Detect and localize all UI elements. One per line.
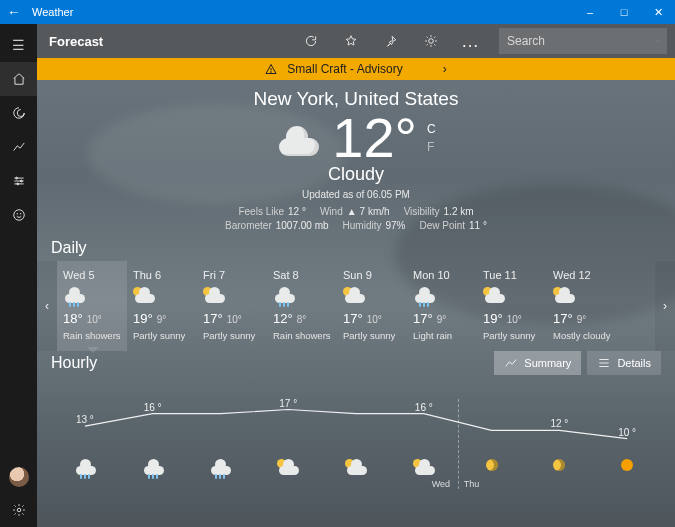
updated-time: Updated as of 06.05 PM <box>37 189 675 200</box>
day-weather-icon <box>413 287 471 307</box>
unit-fahrenheit[interactable]: F <box>427 138 434 156</box>
feels-like-label: Feels Like <box>238 206 284 217</box>
day-weather-icon <box>343 287 401 307</box>
refresh-icon <box>304 34 318 48</box>
hourly-temp-label: 12 ° <box>550 418 568 429</box>
hourly-day-wed: Wed <box>432 479 450 489</box>
search-input[interactable] <box>507 34 657 48</box>
unit-celsius[interactable]: C <box>427 120 436 138</box>
smile-icon <box>12 208 26 222</box>
main-content: Forecast … Small Craft - Advisory › New … <box>37 24 675 527</box>
day-temps: 19°9° <box>133 311 191 326</box>
hourly-icon <box>458 459 526 475</box>
daily-card[interactable]: Fri 717°10°Partly sunny <box>197 261 267 351</box>
dewpoint-label: Dew Point <box>419 220 465 231</box>
hourly-temp-label: 17 ° <box>279 398 297 409</box>
daily-card[interactable]: Mon 1017°9°Light rain <box>407 261 477 351</box>
warning-icon <box>265 63 277 75</box>
hourly-temp-label: 13 ° <box>76 414 94 425</box>
barometer-value: 1007.00 mb <box>276 220 329 231</box>
svg-point-6 <box>17 508 21 512</box>
refresh-button[interactable] <box>291 24 331 58</box>
hourly-icon <box>593 459 661 475</box>
hourly-icon <box>525 459 593 475</box>
day-weather-icon <box>553 287 611 307</box>
hourly-details-button[interactable]: Details <box>587 351 661 375</box>
day-weather-icon <box>273 287 331 307</box>
visibility-label: Visibility <box>404 206 440 217</box>
settings-button[interactable] <box>0 493 37 527</box>
hourly-summary-label: Summary <box>524 357 571 369</box>
window-title: Weather <box>28 6 73 18</box>
hourly-icon <box>51 459 119 475</box>
advisory-text: Small Craft - Advisory <box>287 62 402 76</box>
daily-card[interactable]: Sun 917°10°Partly sunny <box>337 261 407 351</box>
daily-scroll-left[interactable]: ‹ <box>37 261 57 351</box>
daily-forecast: ‹ Wed 518°10°Rain showersThu 619°9°Partl… <box>37 261 675 351</box>
svg-point-8 <box>657 40 658 41</box>
day-condition: Rain showers <box>273 330 331 341</box>
hourly-icon <box>254 459 322 475</box>
day-temps: 19°10° <box>483 311 541 326</box>
daily-card[interactable]: Wed 1217°9°Mostly cloudy <box>547 261 617 351</box>
day-temps: 17°10° <box>203 311 261 326</box>
summary-chart-icon <box>504 356 518 370</box>
minimize-button[interactable]: – <box>573 0 607 24</box>
day-label: Sat 8 <box>273 269 331 281</box>
daily-card[interactable]: Thu 619°9°Partly sunny <box>127 261 197 351</box>
wind-value: 7 km/h <box>360 206 390 217</box>
nav-home[interactable] <box>0 62 37 96</box>
nav-maps[interactable] <box>0 96 37 130</box>
chevron-right-icon: › <box>443 62 447 76</box>
day-weather-icon <box>203 287 261 307</box>
dewpoint-value: 11 ° <box>469 220 487 231</box>
back-button[interactable]: ← <box>0 0 28 24</box>
hourly-day-thu: Thu <box>464 479 480 489</box>
day-label: Wed 12 <box>553 269 611 281</box>
close-button[interactable]: ✕ <box>641 0 675 24</box>
advisory-banner[interactable]: Small Craft - Advisory › <box>37 58 675 80</box>
day-weather-icon <box>133 287 191 307</box>
day-temps: 17°10° <box>343 311 401 326</box>
day-condition: Partly sunny <box>483 330 541 341</box>
daily-card[interactable]: Wed 518°10°Rain showers <box>57 261 127 351</box>
unit-toggle[interactable]: C F <box>427 110 436 156</box>
hourly-summary-button[interactable]: Summary <box>494 351 581 375</box>
hourly-temp-label: 16 ° <box>415 402 433 413</box>
pin-icon <box>384 34 398 48</box>
search-box[interactable] <box>499 28 667 54</box>
wind-arrow-icon: ▲ <box>347 206 357 217</box>
day-label: Wed 5 <box>63 269 121 281</box>
condition-text: Cloudy <box>37 164 675 185</box>
nav-favorites[interactable] <box>0 164 37 198</box>
maximize-button[interactable]: □ <box>607 0 641 24</box>
nav-news[interactable] <box>0 198 37 232</box>
svg-point-4 <box>16 214 17 215</box>
day-condition: Rain showers <box>63 330 121 341</box>
hourly-chart: 13 °16 °17 °16 °12 °10 °WedThu <box>51 379 661 489</box>
daily-card[interactable]: Sat 812°8°Rain showers <box>267 261 337 351</box>
nav-history[interactable] <box>0 130 37 164</box>
favorite-button[interactable] <box>331 24 371 58</box>
sun-icon <box>424 34 438 48</box>
hamburger-button[interactable]: ☰ <box>0 28 37 62</box>
hourly-temp-label: 16 ° <box>144 402 162 413</box>
account-avatar[interactable] <box>9 467 29 487</box>
day-condition: Light rain <box>413 330 471 341</box>
day-label: Tue 11 <box>483 269 541 281</box>
day-temps: 18°10° <box>63 311 121 326</box>
current-temp: 12° <box>332 110 417 166</box>
hourly-icon <box>119 459 187 475</box>
daily-scroll-right[interactable]: › <box>655 261 675 351</box>
svg-point-3 <box>13 210 24 221</box>
more-button[interactable]: … <box>451 24 491 58</box>
daily-card[interactable]: Tue 1119°10°Partly sunny <box>477 261 547 351</box>
day-temps: 17°9° <box>413 311 471 326</box>
day-label: Sun 9 <box>343 269 401 281</box>
pin-button[interactable] <box>371 24 411 58</box>
theme-button[interactable] <box>411 24 451 58</box>
svg-point-5 <box>20 214 21 215</box>
day-label: Thu 6 <box>133 269 191 281</box>
svg-point-9 <box>271 72 272 73</box>
day-label: Fri 7 <box>203 269 261 281</box>
